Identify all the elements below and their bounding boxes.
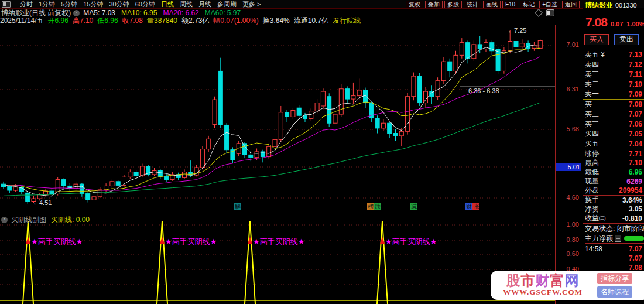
tab-30min[interactable]: 30分钟 bbox=[109, 0, 129, 9]
ask-queue: 卖五 ¥7.13卖四7.12卖三7.11卖二7.10卖一7.09 bbox=[583, 50, 644, 100]
stat-row-value: 6269 bbox=[626, 177, 642, 186]
tab-fenshi[interactable]: 分时 bbox=[20, 0, 33, 9]
stat-row: 最低6.96 bbox=[583, 168, 644, 177]
stat-row-value: 7.10 bbox=[629, 159, 642, 167]
event-tag[interactable]: 榜跌 bbox=[367, 203, 381, 210]
event-tag[interactable]: 减 bbox=[410, 203, 417, 210]
indicator-tick-label: 1.00 bbox=[556, 221, 579, 228]
buy-signal-label: ★高手买阴线★ bbox=[31, 237, 83, 247]
btn-draw-line[interactable]: 画线 bbox=[483, 1, 501, 8]
chart-annotation: ←4.51 bbox=[33, 199, 52, 206]
tab-daily[interactable]: 日线 bbox=[161, 0, 174, 9]
tick-row-value: 7.07 bbox=[629, 254, 642, 262]
stat-row-value: 3.64% bbox=[622, 196, 642, 204]
stat-row: 外盘209954 bbox=[583, 186, 644, 195]
bid-row[interactable]: 买二7.07 bbox=[583, 110, 644, 119]
bid-row[interactable]: 买一7.08 bbox=[583, 100, 644, 110]
price-change-pct: 1.00% bbox=[626, 21, 644, 28]
ask-row[interactable]: 卖三7.11 bbox=[583, 70, 644, 80]
price-tick-label: 5.01 bbox=[556, 163, 581, 171]
trade-buttons: 买入 卖出 bbox=[584, 34, 644, 45]
bid-row-value: 7.08 bbox=[629, 100, 642, 108]
btn-adjust[interactable]: 复权 bbox=[406, 1, 423, 8]
window-icon[interactable] bbox=[2, 1, 11, 8]
btn-statistics[interactable]: 统计 bbox=[464, 1, 481, 8]
indicator-collapse-icon[interactable]: › bbox=[1, 217, 8, 223]
tab-monthly[interactable]: 月线 bbox=[198, 0, 211, 9]
tab-15min[interactable]: 15分钟 bbox=[83, 0, 103, 9]
watermark-text-block: 股市财富网 WWW.GSCFW.COM bbox=[491, 274, 595, 297]
price-change: 0.07 bbox=[611, 21, 623, 28]
event-tag[interactable]: 解 bbox=[234, 203, 241, 210]
buy-signal-label: ★高手买阴线★ bbox=[253, 237, 304, 247]
price-tick-label: 7.01 bbox=[556, 41, 579, 48]
watermark-url: WWW.GSCFW.COM bbox=[491, 288, 595, 297]
stat-row-value: 7.71 bbox=[629, 150, 642, 158]
tab-60min[interactable]: 60分钟 bbox=[135, 0, 155, 9]
bid-row[interactable]: 买四7.05 bbox=[583, 129, 644, 139]
stat-row: 现量6269 bbox=[583, 177, 644, 186]
indicator-chart[interactable] bbox=[0, 214, 555, 304]
chevron-down-icon[interactable]: ﹀ bbox=[73, 10, 80, 16]
bid-row-label: 买三 bbox=[585, 119, 599, 129]
buy-signal-label: ★高手买阴线★ bbox=[165, 237, 217, 247]
price-tick-label: 5.68 bbox=[556, 125, 579, 132]
ask-row[interactable]: 卖二7.10 bbox=[583, 79, 644, 89]
bid-row-value: 7.06 bbox=[629, 120, 642, 128]
ask-row-label: 卖二 bbox=[585, 79, 599, 89]
btn-overlay[interactable]: 叠加 bbox=[425, 1, 443, 8]
tab-weekly[interactable]: 周线 bbox=[180, 0, 193, 9]
stat-row-label: 最低 bbox=[585, 167, 599, 177]
window-split-icon[interactable] bbox=[546, 9, 554, 16]
bid-row[interactable]: 买三7.06 bbox=[583, 119, 644, 129]
bid-row-label: 买五 bbox=[585, 139, 599, 149]
sell-button[interactable]: 卖出 bbox=[614, 34, 639, 45]
list-icon[interactable] bbox=[615, 235, 621, 242]
menu-separator bbox=[13, 1, 13, 8]
stat-row-label: 外盘 bbox=[585, 186, 599, 196]
btn-multi-stock[interactable]: 多股 bbox=[444, 1, 462, 8]
bid-queue: 买一7.08买二7.07买三7.06买四7.05买五7.04 bbox=[583, 100, 644, 149]
btn-add-watchlist[interactable]: +自选 bbox=[539, 1, 560, 8]
chart-annotation: ←7.25 bbox=[508, 27, 526, 34]
ask-row[interactable]: 卖一7.09 bbox=[583, 89, 644, 99]
tab-multi-period[interactable]: 多周期 bbox=[217, 0, 237, 9]
stat-row-value: 3.05 bbox=[629, 205, 642, 213]
stat-row-label: 净资 bbox=[585, 204, 599, 214]
price-axis: 7.016.315.685.014.60 bbox=[556, 25, 583, 214]
tick-row: 7.07 bbox=[583, 254, 644, 263]
chart-corner-icons bbox=[536, 9, 554, 16]
stat-row: 收益㈢-0.810 bbox=[583, 214, 644, 223]
tab-more[interactable]: 更多 > bbox=[242, 0, 261, 9]
trading-status: 交易状态: 闭市阶段 bbox=[585, 224, 644, 233]
btn-f10[interactable]: F10 bbox=[502, 1, 518, 8]
buy-button[interactable]: 买入 bbox=[584, 34, 609, 45]
ask-row-value: 7.13 bbox=[629, 50, 642, 59]
indicator-tick-label: 0.80 bbox=[556, 236, 579, 243]
btn-mark[interactable]: 标记 bbox=[520, 1, 537, 8]
stat-row-value: -0.810 bbox=[622, 214, 642, 223]
bid-row-value: 7.04 bbox=[629, 140, 642, 148]
stat-row-value: 6.96 bbox=[629, 168, 642, 176]
watermark-site-name: 股市财富网 bbox=[491, 274, 595, 288]
badge-teacher-course: 名师课程 bbox=[597, 286, 632, 298]
toolbar-buttons: 复权叠加多股统计画线F10标记+自选返回 bbox=[404, 1, 580, 8]
stat-row: 最高7.10 bbox=[583, 159, 644, 168]
bid-row-value: 7.07 bbox=[629, 110, 642, 118]
tab-5min[interactable]: 5分钟 bbox=[61, 0, 77, 9]
ask-row[interactable]: 卖五 ¥7.13 bbox=[583, 50, 644, 60]
event-tag[interactable]: 财张 bbox=[465, 203, 479, 210]
quote-panel: 7.08 0.07 1.00% 买入 卖出 卖五 ¥7.13卖四7.12卖三7.… bbox=[583, 8, 644, 304]
main-flow-row: 主力净额 bbox=[585, 234, 644, 244]
tab-1min[interactable]: 1分钟 bbox=[39, 0, 55, 9]
ask-row[interactable]: 卖四7.12 bbox=[583, 60, 644, 70]
divider bbox=[583, 49, 644, 49]
tick-row-value: 7.07 bbox=[629, 245, 642, 253]
candlestick-chart[interactable] bbox=[0, 25, 555, 214]
price-tick-label: 4.60 bbox=[556, 194, 579, 201]
btn-back[interactable]: 返回 bbox=[562, 1, 580, 8]
diamond-icon[interactable] bbox=[535, 9, 543, 17]
last-price: 7.08 bbox=[585, 15, 607, 29]
watermark: 股市财富网 WWW.GSCFW.COM 指标分享 名师课程 bbox=[491, 271, 644, 300]
bid-row[interactable]: 买五7.04 bbox=[583, 139, 644, 149]
